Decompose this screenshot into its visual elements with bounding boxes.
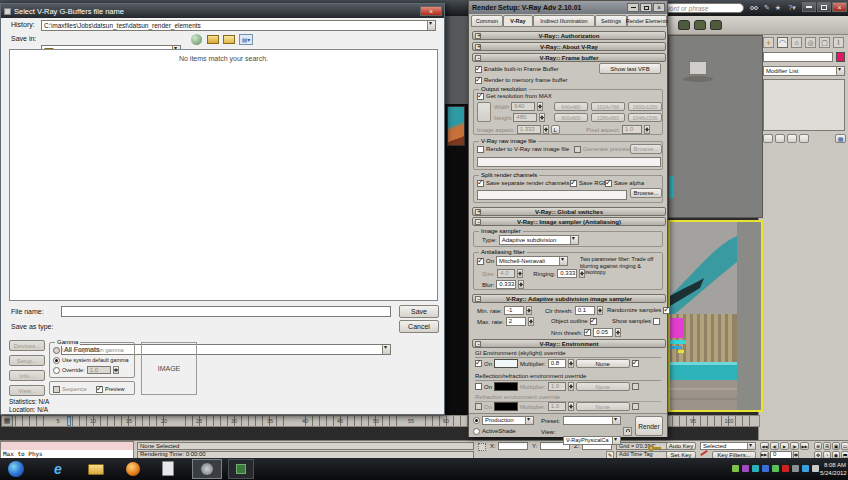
minimize-button[interactable] bbox=[627, 3, 639, 12]
taskbar-clock[interactable]: 8:08 AM 5/24/2012 bbox=[820, 461, 846, 477]
tray-icon-1[interactable] bbox=[732, 465, 739, 472]
sampler-type-dropdown[interactable]: Adaptive subdivision bbox=[499, 235, 579, 245]
close-button[interactable]: × bbox=[653, 3, 665, 12]
collapse-icon[interactable] bbox=[475, 341, 481, 347]
save-alpha-checkbox[interactable] bbox=[605, 180, 612, 187]
cancel-button[interactable]: Cancel bbox=[399, 320, 439, 333]
gi-multiplier-field[interactable]: 0.8 bbox=[548, 359, 566, 368]
override-gamma-radio[interactable] bbox=[53, 367, 60, 374]
collapse-icon[interactable] bbox=[475, 296, 481, 302]
listener-script-line[interactable]: Max to Phys bbox=[1, 450, 133, 458]
tab-settings[interactable]: Settings bbox=[595, 15, 627, 27]
chevron-down-icon[interactable] bbox=[525, 417, 533, 424]
selection-set-dropdown[interactable]: Selected bbox=[700, 442, 756, 450]
preview-checkbox[interactable] bbox=[96, 386, 103, 393]
play-button[interactable]: ▶ bbox=[780, 442, 789, 450]
render-frame-window-icon[interactable] bbox=[678, 20, 690, 30]
nrm-thresh-spinner[interactable] bbox=[615, 328, 621, 337]
split-path-field[interactable] bbox=[477, 190, 627, 200]
raw-image-path-field[interactable] bbox=[477, 157, 661, 167]
aa-blur-spinner[interactable] bbox=[518, 280, 524, 289]
tab-indirect-illumination[interactable]: Indirect Illumination bbox=[533, 15, 595, 27]
chevron-down-icon[interactable] bbox=[570, 236, 578, 244]
tray-icon-2[interactable] bbox=[742, 465, 749, 472]
chevron-down-icon[interactable] bbox=[836, 67, 844, 75]
object-name-field[interactable] bbox=[763, 52, 833, 62]
file-list-area[interactable]: No items match your search. bbox=[9, 49, 438, 301]
utilities-tab-icon[interactable]: ⌇ bbox=[833, 37, 844, 48]
history-dropdown[interactable]: C:\maxfiles\Jobs\datsun_test\datsun_rend… bbox=[41, 20, 436, 31]
minimize-button[interactable] bbox=[802, 2, 816, 12]
gi-env-color-swatch[interactable] bbox=[494, 359, 518, 368]
image-aspect-lock-button[interactable]: L bbox=[551, 125, 560, 134]
tab-render-elements[interactable]: Render Elements bbox=[627, 15, 667, 27]
expand-icon[interactable] bbox=[475, 209, 481, 215]
view-menu-icon[interactable]: ▤▾ bbox=[239, 34, 253, 45]
aa-filter-on-checkbox[interactable] bbox=[477, 258, 484, 265]
collapse-icon[interactable] bbox=[475, 55, 481, 61]
modify-tab-icon[interactable]: ◠ bbox=[777, 37, 788, 48]
chevron-down-icon[interactable] bbox=[382, 345, 390, 354]
aa-blur-field[interactable]: 0.333 bbox=[496, 280, 516, 289]
rollout-image-sampler[interactable]: V-Ray:: Image sampler (Antialiasing) bbox=[472, 217, 666, 226]
tray-icon-7[interactable] bbox=[792, 465, 799, 472]
save-separate-checkbox[interactable] bbox=[477, 180, 484, 187]
chevron-down-icon[interactable] bbox=[612, 437, 620, 444]
clr-thresh-spinner[interactable] bbox=[597, 306, 603, 315]
rollout-adaptive-subdivision[interactable]: V-Ray:: Adaptive subdivision image sampl… bbox=[472, 294, 666, 303]
activeshade-radio[interactable] bbox=[473, 428, 480, 435]
render-button[interactable]: Render bbox=[635, 416, 663, 436]
chevron-down-icon[interactable] bbox=[559, 257, 567, 265]
view-dropdown[interactable]: V-RayPhysicalCa bbox=[563, 436, 621, 445]
listener-macro-line[interactable] bbox=[1, 442, 133, 450]
previous-frame-button[interactable]: ◀| bbox=[770, 442, 779, 450]
make-unique-button[interactable] bbox=[787, 134, 797, 143]
render-production-icon[interactable] bbox=[710, 20, 722, 30]
modifier-list-dropdown[interactable]: Modifier List bbox=[763, 66, 845, 76]
preset-dropdown[interactable] bbox=[563, 416, 621, 425]
file-dialog-titlebar[interactable]: Select V-Ray G-Buffers file name × bbox=[1, 4, 444, 18]
tray-icon-4[interactable] bbox=[762, 465, 769, 472]
rollout-about-vray[interactable]: V-Ray:: About V-Ray bbox=[472, 42, 666, 51]
communication-icon[interactable]: ✎ bbox=[763, 3, 771, 12]
max-rate-field[interactable]: 2 bbox=[506, 317, 526, 326]
binoculars-icon[interactable] bbox=[750, 4, 759, 12]
render-iterative-icon[interactable] bbox=[694, 20, 706, 30]
render-raw-checkbox[interactable] bbox=[477, 146, 484, 153]
clr-thresh-field[interactable]: 0.1 bbox=[575, 306, 595, 315]
zoom-all-icon[interactable]: ⊞ bbox=[823, 442, 831, 450]
show-last-vfb-button[interactable]: Show last VFB bbox=[599, 63, 661, 74]
motion-tab-icon[interactable]: ◎ bbox=[805, 37, 816, 48]
modifier-stack[interactable] bbox=[763, 79, 845, 131]
gi-env-on-checkbox[interactable] bbox=[475, 360, 482, 367]
chevron-down-icon[interactable] bbox=[427, 21, 435, 30]
collapse-icon[interactable] bbox=[475, 219, 481, 225]
close-button[interactable]: × bbox=[832, 2, 847, 12]
tray-icon-6[interactable] bbox=[782, 465, 789, 472]
chevron-down-icon[interactable] bbox=[612, 417, 620, 424]
isolate-key-icon[interactable] bbox=[648, 445, 661, 451]
go-to-start-button[interactable]: ◀◀ bbox=[760, 442, 769, 450]
min-rate-spinner[interactable] bbox=[526, 306, 532, 315]
rollout-authorization[interactable]: V-Ray:: Authorization bbox=[472, 31, 666, 40]
up-one-level-icon[interactable] bbox=[207, 35, 219, 44]
zoom-viewport-icon[interactable]: ⊕ bbox=[814, 442, 822, 450]
selection-lock-icon[interactable] bbox=[478, 443, 486, 451]
object-color-swatch[interactable] bbox=[836, 52, 845, 62]
tab-vray[interactable]: V-Ray bbox=[503, 15, 533, 27]
production-radio[interactable] bbox=[473, 417, 480, 424]
use-system-gamma-radio[interactable] bbox=[53, 357, 60, 364]
render-setup-titlebar[interactable]: Render Setup: V-Ray Adv 2.10.01 × bbox=[469, 1, 667, 14]
save-button[interactable]: Save bbox=[399, 305, 439, 318]
max-rate-spinner[interactable] bbox=[528, 317, 534, 326]
rollout-global-switches[interactable]: V-Ray:: Global switches bbox=[472, 207, 666, 216]
start-button[interactable] bbox=[8, 461, 24, 477]
chevron-down-icon[interactable] bbox=[747, 443, 755, 449]
network-icon[interactable] bbox=[802, 465, 809, 472]
x-coord-field[interactable] bbox=[498, 442, 528, 450]
refl-env-color-swatch[interactable] bbox=[494, 382, 518, 391]
show-end-result-button[interactable] bbox=[775, 134, 785, 143]
maxscript-mini-listener[interactable]: Max to Phys bbox=[0, 441, 134, 459]
zoom-extents-icon[interactable]: ▣ bbox=[832, 442, 840, 450]
aa-ringing-field[interactable]: 0.333 bbox=[557, 269, 577, 278]
